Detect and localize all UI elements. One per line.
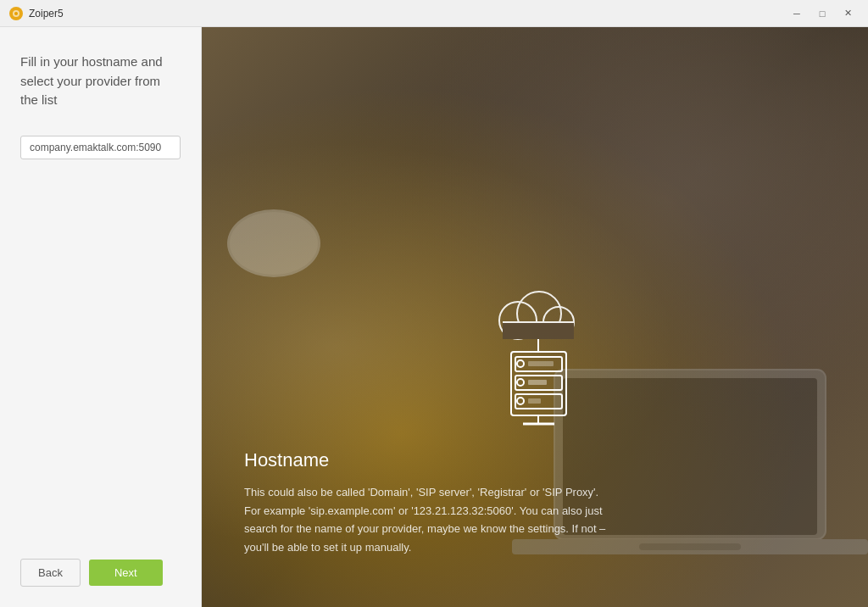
right-panel: Hostname This could also be called 'Doma… (202, 27, 868, 607)
bottom-buttons: Back Next (20, 559, 181, 587)
mouse-decoration (219, 197, 329, 281)
app-title: Zoiper5 (29, 8, 785, 19)
hostname-input[interactable] (20, 136, 181, 159)
main-content: Fill in your hostname and select your pr… (0, 27, 868, 607)
svg-rect-18 (528, 361, 554, 366)
window-controls: ─ □ ✕ (785, 4, 860, 23)
svg-rect-24 (528, 398, 541, 404)
svg-point-2 (14, 12, 18, 15)
cloud-server-svg (467, 280, 603, 432)
titlebar: Zoiper5 ─ □ ✕ (0, 0, 868, 27)
svg-point-20 (517, 379, 524, 386)
minimize-button[interactable]: ─ (785, 4, 809, 23)
svg-point-23 (517, 398, 524, 404)
hostname-description: This could also be called 'Domain', 'SIP… (244, 483, 617, 556)
maximize-button[interactable]: □ (810, 4, 834, 23)
left-panel: Fill in your hostname and select your pr… (0, 27, 202, 607)
svg-rect-21 (528, 380, 547, 385)
spacer (20, 159, 181, 560)
back-button[interactable]: Back (20, 559, 81, 587)
hostname-title: Hostname (244, 449, 826, 471)
server-cloud-illustration (244, 280, 826, 432)
next-button[interactable]: Next (89, 560, 163, 586)
svg-point-17 (517, 360, 524, 367)
app-logo-icon (8, 6, 24, 21)
close-button[interactable]: ✕ (836, 4, 860, 23)
right-content: Hostname This could also be called 'Doma… (244, 280, 826, 556)
instruction-text: Fill in your hostname and select your pr… (20, 53, 181, 110)
svg-rect-12 (503, 322, 574, 339)
svg-point-8 (230, 212, 318, 275)
